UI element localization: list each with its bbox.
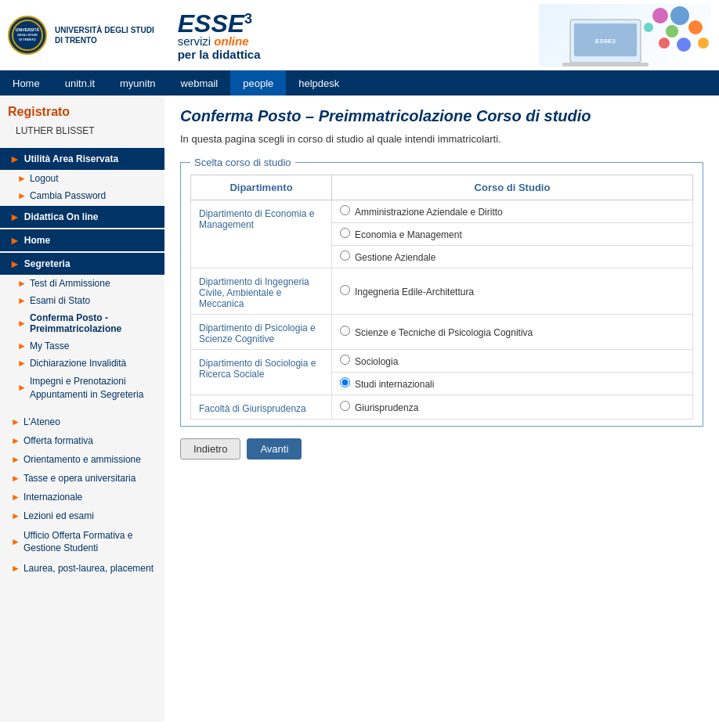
button-area: Indietro Avanti: [180, 438, 703, 460]
svg-point-4: [670, 6, 689, 25]
course-radio[interactable]: [340, 326, 350, 336]
sidebar-segreteria-header[interactable]: ► Segreteria: [0, 253, 164, 275]
course-cell[interactable]: Economia e Management: [332, 223, 693, 246]
arr4: ►: [17, 341, 27, 351]
svg-rect-14: [562, 63, 649, 67]
sidebar-registrato-section: Registrato LUTHER BLISSET: [0, 96, 164, 148]
arrow-icon3: ►: [9, 211, 20, 223]
course-radio[interactable]: [340, 401, 350, 411]
nav-unitn[interactable]: unitn.it: [52, 70, 107, 96]
course-label: Amministrazione Aziendale e Diritto: [355, 207, 503, 218]
sidebar-tasse[interactable]: ► Tasse e opera universitaria: [0, 469, 164, 488]
arr-b8: ►: [11, 563, 20, 574]
sidebar-home-section: ► Home: [0, 229, 164, 251]
course-radio[interactable]: [340, 228, 350, 238]
sidebar-didattica-section: ► Didattica On line: [0, 206, 164, 228]
dept-cell: Dipartimento di Sociologia e Ricerca Soc…: [191, 350, 332, 395]
sidebar-esami-stato[interactable]: ► Esami di Stato: [0, 292, 164, 309]
sidebar: Registrato LUTHER BLISSET ► Utilità Area…: [0, 96, 164, 722]
sidebar-impegni[interactable]: ► Impegni e Prenotazioni Appuntamenti in…: [0, 372, 164, 405]
sidebar-my-tasse[interactable]: ► My Tasse: [0, 337, 164, 355]
course-label: Giurisprudenza: [355, 402, 418, 413]
dept-cell: Dipartimento di Psicologia e Scienze Cog…: [191, 315, 332, 350]
sidebar-username: LUTHER BLISSET: [8, 125, 157, 136]
nav-myunitn[interactable]: myunitn: [107, 70, 168, 96]
nav-people[interactable]: people: [230, 70, 286, 96]
svg-text:ESSE3: ESSE3: [595, 38, 616, 45]
arr5: ►: [17, 358, 27, 369]
course-cell[interactable]: Sociologia: [332, 350, 693, 373]
course-label: Scienze e Tecniche di Psicologia Cogniti…: [355, 327, 533, 338]
course-cell[interactable]: Ingegneria Edile-Architettura: [332, 268, 693, 315]
sidebar-utility-label: Utilità Area Riservata: [24, 153, 118, 164]
arr1: ►: [17, 278, 27, 289]
course-cell[interactable]: Amministrazione Aziendale e Diritto: [332, 200, 693, 223]
course-radio[interactable]: [340, 250, 350, 261]
sidebar-didattica-header[interactable]: ► Didattica On line: [0, 206, 164, 228]
sidebar-offerta[interactable]: ► Offerta formativa: [0, 431, 164, 450]
course-radio[interactable]: [340, 285, 350, 295]
sidebar-segreteria-label: Segreteria: [24, 258, 70, 269]
page-description: In questa pagina scegli in corso di stud…: [180, 133, 703, 145]
corso-table: Dipartimento Corso di Studio Dipartiment…: [190, 175, 693, 420]
table-row: Dipartimento di Ingegneria Civile, Ambie…: [191, 268, 693, 315]
arr-b6: ►: [11, 510, 20, 521]
table-row: Dipartimento di Psicologia e Scienze Cog…: [191, 315, 693, 350]
course-cell[interactable]: Studi internazionali: [332, 373, 693, 395]
main-content: Conferma Posto – Preimmatricolazione Cor…: [164, 96, 719, 722]
sidebar-change-password[interactable]: ► Cambia Password: [0, 187, 164, 204]
arrow-icon5: ►: [9, 258, 20, 270]
course-label: Sociologia: [355, 356, 398, 367]
main-nav: Home unitn.it myunitn webmail people hel…: [0, 70, 719, 96]
sidebar-orientamento[interactable]: ► Orientamento e ammissione: [0, 450, 164, 469]
sidebar-internazionale[interactable]: ► Internazionale: [0, 488, 164, 506]
arr-b1: ►: [11, 416, 20, 427]
arr6: ►: [17, 381, 27, 395]
col-corso: Corso di Studio: [332, 175, 693, 200]
sidebar-utility-header[interactable]: ► Utilità Area Riservata: [0, 148, 164, 170]
course-cell[interactable]: Gestione Aziendale: [332, 246, 693, 268]
course-radio[interactable]: [340, 377, 350, 387]
nav-helpdesk[interactable]: helpdesk: [286, 70, 352, 96]
corso-fieldset: Scelta corso di studio Dipartimento Cors…: [180, 157, 703, 427]
back-button[interactable]: Indietro: [180, 438, 240, 460]
course-cell[interactable]: Scienze e Tecniche di Psicologia Cogniti…: [332, 315, 693, 350]
sidebar-dichiarazione[interactable]: ► Dichiarazione Invalidità: [0, 355, 164, 372]
esse3-tagline: servizi online per la didattica: [178, 34, 261, 61]
sidebar-laurea[interactable]: ► Laurea, post-laurea, placement: [0, 559, 164, 578]
course-radio[interactable]: [340, 355, 350, 365]
arrow-icon: ►: [9, 153, 20, 165]
main-layout: Registrato LUTHER BLISSET ► Utilità Area…: [0, 96, 719, 722]
dept-cell: Dipartimento di Economia e Management: [191, 200, 332, 268]
table-row: Facoltà di GiurisprudenzaGiurisprudenza: [191, 395, 693, 420]
dept-cell: Facoltà di Giurisprudenza: [191, 395, 332, 420]
sidebar-lezioni[interactable]: ► Lezioni ed esami: [0, 506, 164, 525]
sidebar-logout[interactable]: ► Logout: [0, 170, 164, 187]
course-cell[interactable]: Giurisprudenza: [332, 395, 693, 420]
arr-b3: ►: [11, 454, 20, 465]
sidebar-conferma-posto[interactable]: ► Conferma Posto - Preimmatricolazione: [0, 309, 164, 337]
sidebar-ateneo[interactable]: ► L'Ateneo: [0, 413, 164, 431]
sidebar-ufficio[interactable]: ► Ufficio Offerta Formativa e Gestione S…: [0, 525, 164, 560]
sidebar-home-header[interactable]: ► Home: [0, 229, 164, 251]
arr2: ►: [17, 295, 27, 306]
header: UNIVERSITÀ DEGLI STUDI DI TRENTO UNIVERS…: [0, 0, 719, 70]
nav-home[interactable]: Home: [0, 70, 52, 96]
arr-b4: ►: [11, 473, 20, 484]
sidebar-registrato-title: Registrato: [8, 105, 157, 119]
course-label: Studi internazionali: [355, 379, 434, 390]
course-label: Economia e Management: [355, 229, 462, 240]
course-radio[interactable]: [340, 205, 350, 215]
arrow-small-icon2: ►: [17, 190, 27, 201]
table-row: Dipartimento di Sociologia e Ricerca Soc…: [191, 350, 693, 373]
next-button[interactable]: Avanti: [247, 438, 302, 460]
fieldset-legend: Scelta corso di studio: [190, 157, 295, 168]
svg-text:UNIVERSITÀ: UNIVERSITÀ: [16, 27, 40, 32]
course-label: Gestione Aziendale: [355, 252, 435, 263]
course-label: Ingegneria Edile-Architettura: [355, 287, 474, 297]
svg-point-9: [677, 38, 691, 52]
arrow-icon4: ►: [9, 234, 20, 247]
sidebar-test-ammissione[interactable]: ► Test di Ammissione: [0, 275, 164, 292]
svg-point-8: [698, 38, 709, 49]
nav-webmail[interactable]: webmail: [168, 70, 231, 96]
